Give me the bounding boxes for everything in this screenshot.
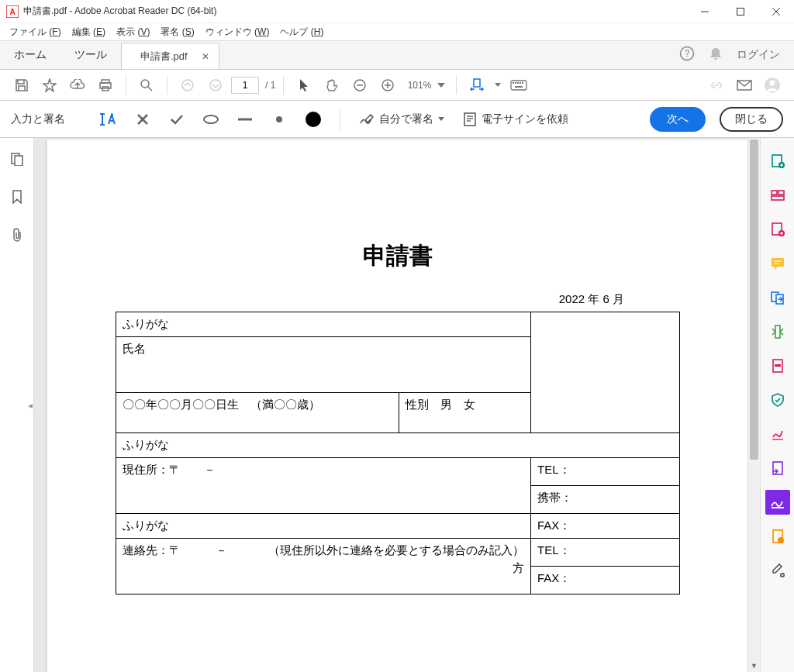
self-sign-button[interactable]: 自分で署名 (353, 112, 451, 126)
doc-date: 2022 年 6 月 (116, 292, 680, 307)
thumbnails-icon[interactable] (10, 152, 24, 170)
svg-point-68 (778, 537, 784, 543)
document-viewport[interactable]: 申請書 2022 年 6 月 ふりがな 氏名 〇〇年〇〇月〇〇日生 （満〇〇歳）… (34, 138, 760, 672)
hand-tool-icon[interactable] (319, 73, 344, 98)
svg-rect-64 (775, 364, 781, 367)
menu-help[interactable]: ヘルプ (H) (275, 24, 328, 40)
tab-home[interactable]: ホーム (0, 41, 60, 69)
doc-title: 申請書 (116, 240, 680, 272)
signature-icon (359, 112, 375, 126)
svg-rect-57 (772, 258, 784, 267)
svg-rect-27 (515, 86, 523, 88)
zoom-in-icon[interactable] (375, 73, 400, 98)
tab-tools[interactable]: ツール (60, 41, 121, 69)
next-button[interactable]: 次へ (650, 107, 706, 132)
compress-icon[interactable] (765, 319, 790, 344)
combine-icon[interactable] (765, 183, 790, 208)
protect-icon[interactable] (765, 388, 790, 412)
comment-icon[interactable] (765, 251, 790, 276)
save-icon[interactable] (9, 73, 34, 98)
tab-document[interactable]: 申請書.pdf ✕ (121, 43, 219, 69)
help-icon[interactable]: ? (679, 46, 695, 65)
minimize-button[interactable] (687, 0, 723, 23)
find-icon[interactable] (134, 73, 159, 98)
cell-dob: 〇〇年〇〇月〇〇日生 （満〇〇歳） (116, 393, 399, 433)
check-tool-icon[interactable] (163, 105, 191, 133)
zoom-value: 101% (403, 80, 431, 91)
fit-width-icon[interactable] (464, 73, 489, 98)
redact-icon[interactable] (765, 353, 790, 378)
convert-icon[interactable] (765, 456, 790, 481)
svg-rect-26 (522, 82, 523, 84)
menu-file[interactable]: ファイル (F) (5, 24, 66, 40)
export-icon[interactable] (765, 422, 790, 446)
bookmarks-icon[interactable] (12, 190, 22, 208)
keyboard-icon[interactable] (506, 73, 531, 98)
svg-rect-25 (520, 82, 521, 84)
panel-collapse-icon[interactable]: ◂ (26, 390, 34, 421)
notifications-icon[interactable] (709, 47, 723, 64)
fillsign-tool-icon[interactable] (765, 490, 790, 515)
svg-rect-20 (474, 79, 480, 87)
svg-rect-21 (511, 81, 526, 90)
content-area: ◂ 申請書 2022 年 6 月 ふりがな 氏名 〇〇年〇〇月〇〇日生 （満〇〇… (0, 138, 794, 672)
stamp-icon[interactable] (765, 524, 790, 549)
fit-dropdown-icon[interactable] (492, 73, 503, 98)
attachments-icon[interactable] (11, 228, 23, 246)
zoom-dropdown-icon[interactable] (434, 73, 448, 98)
zoom-out-icon[interactable] (347, 73, 372, 98)
menu-window[interactable]: ウィンドウ (W) (201, 24, 274, 40)
maximize-button[interactable] (723, 0, 758, 23)
tab-close-icon[interactable]: ✕ (202, 51, 209, 62)
page-down-icon[interactable] (203, 73, 228, 98)
cell-photo (531, 312, 680, 433)
pdf-page: 申請書 2022 年 6 月 ふりがな 氏名 〇〇年〇〇月〇〇日生 （満〇〇歳）… (47, 140, 748, 672)
svg-rect-45 (15, 156, 22, 166)
cell-furigana3: ふりがな (116, 514, 531, 539)
tab-bar: ホーム ツール 申請書.pdf ✕ ? ログイン (0, 40, 794, 70)
login-button[interactable]: ログイン (737, 48, 780, 62)
text-tool-icon[interactable] (95, 105, 123, 133)
cell-tel: TEL： (531, 458, 680, 486)
svg-rect-50 (772, 191, 777, 195)
color-picker-icon[interactable] (299, 105, 327, 133)
svg-point-30 (770, 80, 775, 85)
svg-rect-22 (513, 82, 514, 84)
print-icon[interactable] (93, 73, 118, 98)
svg-line-12 (148, 87, 152, 91)
email-icon[interactable] (732, 73, 757, 98)
share-link-icon[interactable] (704, 73, 729, 98)
document-icon (463, 112, 477, 127)
edit-pdf-icon[interactable] (765, 217, 790, 242)
fillsign-toolbar: 入力と署名 自分で署名 電子サインを依頼 次へ 閉じる (0, 101, 794, 138)
page-number-input[interactable] (231, 77, 259, 94)
page-up-icon[interactable] (175, 73, 200, 98)
select-tool-icon[interactable] (292, 73, 316, 98)
form-table: ふりがな 氏名 〇〇年〇〇月〇〇日生 （満〇〇歳） 性別 男 女 ふりがな 現住… (116, 312, 680, 594)
cell-tel2: TEL： (531, 539, 680, 567)
svg-rect-9 (100, 83, 111, 88)
cloud-upload-icon[interactable] (65, 73, 90, 98)
cross-tool-icon[interactable] (129, 105, 157, 133)
more-tools-icon[interactable] (765, 558, 790, 583)
menu-edit[interactable]: 編集 (E) (67, 24, 110, 40)
menu-view[interactable]: 表示 (V) (112, 24, 154, 40)
cell-mobile: 携帯： (531, 486, 680, 514)
cell-furigana1: ふりがな (116, 312, 531, 337)
request-sign-button[interactable]: 電子サインを依頼 (457, 112, 575, 127)
circle-tool-icon[interactable] (197, 105, 225, 133)
menu-sign[interactable]: 署名 (S) (156, 24, 198, 40)
scrollbar-thumb[interactable] (750, 140, 758, 460)
scroll-down-icon[interactable]: ▼ (748, 660, 760, 672)
close-fillsign-button[interactable]: 閉じる (720, 107, 783, 132)
svg-rect-23 (515, 82, 516, 84)
close-button[interactable] (758, 0, 794, 23)
star-icon[interactable] (37, 73, 62, 98)
create-pdf-icon[interactable] (765, 149, 790, 174)
dot-tool-icon[interactable] (265, 105, 293, 133)
account-icon[interactable] (760, 73, 785, 98)
vertical-scrollbar[interactable]: ▼ (747, 138, 760, 672)
organize-icon[interactable] (765, 285, 790, 310)
svg-rect-40 (464, 113, 475, 126)
line-tool-icon[interactable] (231, 105, 259, 133)
